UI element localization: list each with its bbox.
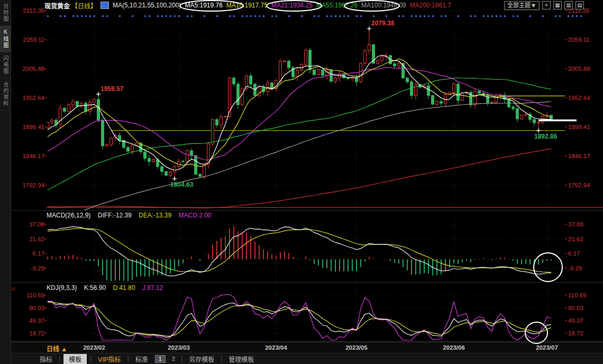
svg-text:6.17: 6.17	[568, 250, 580, 257]
svg-text:1792.94: 1792.94	[22, 182, 44, 188]
diff-line	[48, 226, 551, 276]
chevron-up-icon: ▲	[61, 345, 67, 353]
kdj-params-label: KDJ(9,3,3)	[47, 284, 77, 292]
event-dots-row	[47, 15, 582, 17]
svg-text:1899.41: 1899.41	[568, 124, 590, 130]
ma5-readout: MA5:1919.76	[185, 2, 222, 9]
low-annotation: 1892.86	[534, 133, 558, 140]
toolbar-page-1[interactable]: 1	[155, 355, 166, 363]
svg-text:2112.35: 2112.35	[23, 7, 44, 14]
svg-text:6.17: 6.17	[33, 250, 44, 257]
svg-text:37.08: 37.08	[568, 221, 583, 228]
svg-text:-9.29: -9.29	[568, 265, 582, 271]
svg-text:1899.41: 1899.41	[22, 124, 44, 130]
high-annotation: 2079.38	[371, 20, 395, 27]
sidebar-tab-lightning-chart[interactable]: 闪电图	[0, 52, 11, 78]
kdj-j-readout: J:87.12	[142, 284, 163, 292]
ma100-readout: MA100:1946.09	[361, 2, 406, 9]
macd-params-label: MACD(26,12,9)	[47, 212, 90, 219]
svg-text:1846.17: 1846.17	[22, 153, 44, 159]
theme-dropdown-button[interactable]: 全部主题▼	[504, 1, 540, 10]
ma10-readout: MA10:1917.75	[226, 2, 268, 9]
svg-text:2059.11: 2059.11	[23, 37, 44, 43]
svg-text:1952.64: 1952.64	[568, 95, 590, 101]
chart-header: 现货黄金【日线】 MA(5,10,21,55,100,200) MA5:1919…	[44, 0, 584, 11]
alert-sun-icon: ☼	[11, 285, 16, 292]
period-selector[interactable]: 日线 ▲	[47, 344, 67, 353]
toolbar-save-template[interactable]: 另存模板	[184, 354, 220, 364]
macd-readout: MACD:2.00	[178, 212, 211, 219]
divider: |	[126, 355, 130, 362]
divider: |	[220, 355, 223, 362]
sidebar-tab-kline-chart[interactable]: K线图	[0, 26, 11, 52]
sidebar-tab-time-chart[interactable]: 分时图	[0, 0, 11, 26]
toolbar-manage-templates[interactable]: 管理模板	[223, 354, 259, 364]
sidebar-tab-contract-info[interactable]: 合约资料	[0, 78, 11, 111]
svg-text:18.72: 18.72	[568, 330, 583, 336]
svg-text:21.62: 21.62	[568, 236, 583, 242]
period-badge: 【日线】	[71, 1, 97, 10]
toolbar-tab-vip-indicators[interactable]: VIP指标	[93, 354, 126, 364]
crosshair-icon[interactable]: +	[542, 1, 551, 10]
svg-text:80.03: 80.03	[29, 305, 44, 311]
macd-dea-readout: DEA:-13.39	[139, 212, 171, 219]
pane-export-icon[interactable]: ▤	[575, 1, 584, 10]
symbol-name: 现货黄金	[44, 1, 70, 10]
dea-line	[48, 228, 551, 272]
divider: |	[89, 355, 93, 362]
ma200-line	[48, 149, 551, 208]
ma21-readout: MA21:1934.25	[271, 2, 313, 9]
svg-text:1952.64: 1952.64	[22, 95, 44, 101]
main-chart[interactable]: 2112.352112.352059.112059.112005.882005.…	[0, 0, 603, 364]
svg-text:80.03: 80.03	[568, 305, 583, 311]
date-tick: 2023/04	[265, 344, 287, 351]
ma10-line	[48, 59, 551, 167]
ma5-line	[48, 55, 551, 170]
horizontal-lines	[47, 96, 603, 207]
svg-text:1792.94: 1792.94	[568, 182, 590, 188]
svg-text:-9.29: -9.29	[31, 265, 44, 271]
d-line	[48, 302, 551, 336]
bottom-toolbar: 指标 | 模板 | VIP指标 | 标准 1 2 | 另存模板 | 管理模板	[11, 353, 603, 364]
svg-text:49.37: 49.37	[568, 317, 583, 324]
pane-right-icon[interactable]: ▥	[564, 1, 573, 10]
kline-style-icon[interactable]	[100, 2, 109, 9]
ma55-readout: MA55:1967.26	[316, 2, 358, 9]
svg-text:37.08: 37.08	[29, 221, 44, 228]
divider: |	[180, 355, 184, 362]
toolbar-tab-templates[interactable]: 模板	[63, 354, 87, 364]
left-sidebar: 分时图 K线图 闪电图 合约资料	[0, 0, 11, 364]
date-tick: 2023/02	[83, 344, 105, 351]
macd-diff-readout: DIFF:-12.39	[98, 212, 132, 219]
toolbar-page-2[interactable]: 2	[169, 356, 178, 362]
date-tick: 2023/06	[443, 344, 465, 351]
date-tick: 2023/07	[536, 344, 558, 351]
toolbar-tab-indicators[interactable]: 指标	[34, 354, 58, 364]
svg-text:110.69: 110.69	[568, 292, 586, 298]
svg-text:110.69: 110.69	[26, 292, 44, 298]
date-tick: 2023/03	[168, 344, 190, 351]
kdj-label-row: KDJ(9,3,3) K:56.90 D:41.80 J:87.12	[47, 284, 163, 292]
kdj-k-readout: K:56.90	[84, 284, 106, 292]
divider: |	[58, 355, 61, 362]
high-annotation: 1959.57	[100, 85, 124, 93]
svg-text:2005.88: 2005.88	[568, 66, 590, 72]
svg-text:49.37: 49.37	[29, 317, 44, 324]
low-annotation: 1804.63	[170, 181, 194, 188]
pane-grid-icon[interactable]: ▦	[553, 1, 562, 10]
trading-app: 分时图 K线图 闪电图 合约资料 2112.352112.352059.1120…	[0, 0, 603, 364]
extreme-annotations: 1959.572079.381804.631892.86	[96, 20, 577, 188]
macd-label-row: MACD(26,12,9) DIFF:-12.39 DEA:-13.39 MAC…	[47, 212, 212, 219]
svg-text:2059.11: 2059.11	[568, 37, 590, 43]
ma200-readout: MA200:1861.7	[410, 2, 451, 9]
svg-text:21.62: 21.62	[29, 236, 44, 242]
ma-lines	[48, 55, 551, 224]
svg-text:2005.88: 2005.88	[22, 66, 44, 72]
toolbar-tab-standard[interactable]: 标准	[130, 354, 153, 364]
kdj-d-readout: D:41.80	[113, 284, 135, 292]
svg-text:1846.17: 1846.17	[568, 153, 590, 159]
k-line	[48, 302, 551, 337]
svg-text:18.72: 18.72	[29, 330, 44, 336]
date-tick: 2023/05	[345, 344, 368, 351]
ma-params-label: MA(5,10,21,55,100,200)	[113, 2, 181, 9]
